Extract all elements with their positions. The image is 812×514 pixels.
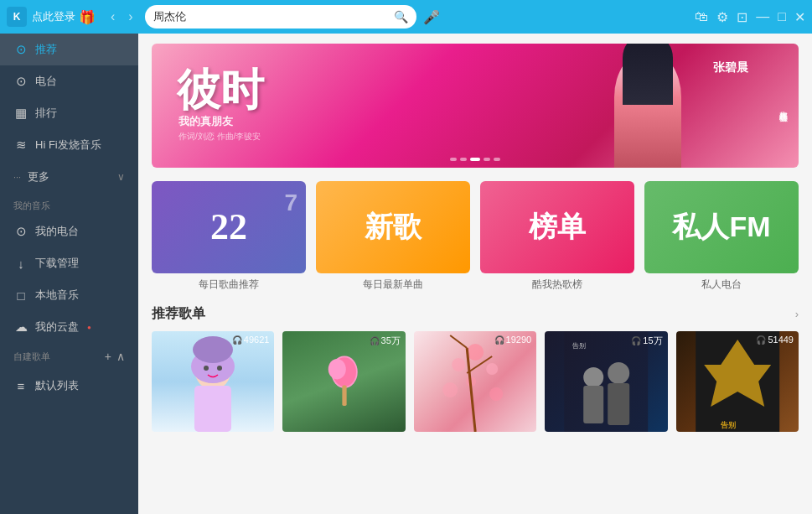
svg-point-22	[608, 362, 629, 384]
svg-rect-2	[194, 386, 231, 432]
sidebar-item-chart[interactable]: ▦ 排行	[0, 97, 138, 129]
sidebar: ⊙ 推荐 ⊙ 电台 ▦ 排行 ≋ Hi Fi发烧音乐 ··· 更多 ∨ 我的音乐…	[0, 34, 138, 514]
card-charts[interactable]: 榜单 酷我热歌榜	[480, 181, 634, 292]
sidebar-item-hifi[interactable]: ≋ Hi Fi发烧音乐	[0, 129, 138, 161]
playlist-1-count: 🎧 35万	[370, 335, 401, 347]
svg-rect-21	[583, 386, 603, 423]
playlist-header: 自建歌单 + ∧	[0, 343, 138, 370]
svg-point-15	[489, 387, 503, 401]
back-button[interactable]: ‹	[106, 8, 120, 26]
playlist-actions: + ∧	[105, 350, 125, 363]
nav-controls: ‹ ›	[106, 8, 138, 26]
settings-icon[interactable]: ⚙	[716, 9, 728, 25]
search-icon[interactable]: 🔍	[394, 10, 408, 23]
banner-dot-3[interactable]	[484, 158, 490, 161]
banner[interactable]: 彼时 我的真朋友 作词/刘恋 作曲/李骏安 张碧晨 每次想起你 会是什么心情	[152, 44, 799, 168]
sidebar-item-cloud[interactable]: ☁ 我的云盘 ●	[0, 311, 138, 343]
private-fm-label: 私人电台	[644, 278, 799, 292]
content-area: 彼时 我的真朋友 作词/刘恋 作曲/李骏安 张碧晨 每次想起你 会是什么心情	[138, 34, 812, 514]
login-button[interactable]: 点此登录	[32, 9, 75, 24]
card-new-songs[interactable]: 新歌 每日最新单曲	[316, 181, 470, 292]
recommended-section-header: 推荐歌单 ›	[152, 305, 799, 323]
store-icon[interactable]: 🛍	[695, 9, 708, 24]
search-input[interactable]	[153, 11, 389, 23]
new-songs-label: 每日最新单曲	[316, 278, 470, 292]
collapse-playlist-icon[interactable]: ∧	[116, 350, 125, 363]
add-playlist-icon[interactable]: +	[105, 350, 111, 363]
svg-rect-23	[608, 383, 629, 425]
svg-point-12	[486, 363, 498, 375]
sidebar-item-radio[interactable]: ⊙ 电台	[0, 65, 138, 97]
banner-dot-2[interactable]	[470, 158, 480, 161]
playlist-item-4[interactable]: 告别 🎧 51449	[676, 331, 799, 432]
sidebar-item-default-playlist[interactable]: ≡ 默认列表	[0, 370, 138, 402]
gift-icon[interactable]: 🎁	[79, 9, 96, 25]
svg-rect-9	[342, 385, 346, 406]
close-button[interactable]: ✕	[794, 9, 805, 25]
svg-point-10	[452, 358, 465, 371]
svg-line-17	[450, 335, 467, 348]
sidebar-item-recommend[interactable]: ⊙ 推荐	[0, 34, 138, 65]
sidebar-item-more[interactable]: ··· 更多 ∨	[0, 161, 138, 193]
svg-point-5	[193, 336, 233, 363]
sidebar-item-downloads[interactable]: ↓ 下载管理	[0, 247, 138, 279]
local-icon: □	[13, 288, 28, 303]
playlist-item-0[interactable]: 🎧 49621	[152, 331, 274, 432]
sidebar-item-local[interactable]: □ 本地音乐	[0, 279, 138, 311]
playlist-0-count: 🎧 49621	[232, 335, 270, 345]
banner-dot-1[interactable]	[460, 158, 467, 161]
mic-icon[interactable]: 🎤	[423, 9, 440, 25]
playlist-4-count: 🎧 51449	[756, 335, 794, 345]
playlist-item-1[interactable]: 🎧 35万	[282, 331, 405, 432]
minimize-button[interactable]: —	[756, 9, 769, 24]
banner-dot-0[interactable]	[450, 158, 457, 161]
my-music-title: 我的音乐	[0, 193, 138, 215]
banner-side-text: 每次想起你 会是什么心情	[777, 105, 789, 107]
svg-line-16	[467, 348, 475, 432]
svg-text:告别: 告别	[721, 421, 736, 429]
svg-point-4	[217, 366, 222, 371]
recommend-icon: ⊙	[13, 42, 28, 57]
playlist-grid: 🎧 49621	[152, 331, 799, 432]
recommended-more[interactable]: ›	[795, 308, 799, 320]
svg-point-11	[467, 344, 484, 361]
playlist-item-2[interactable]: 🎧 19290	[414, 331, 536, 432]
daily-songs-number: 22	[210, 209, 247, 246]
daily-songs-label: 每日歌曲推荐	[152, 278, 306, 292]
app-logo: K	[7, 7, 27, 27]
svg-text:告别: 告别	[572, 342, 586, 350]
search-bar: 🔍	[145, 5, 416, 29]
more-chevron-icon: ∨	[117, 171, 125, 183]
charts-label: 酷我热歌榜	[480, 278, 634, 292]
maximize-button[interactable]: □	[778, 9, 786, 24]
banner-title: 彼时	[177, 69, 264, 112]
svg-point-8	[328, 359, 345, 380]
forward-button[interactable]: ›	[123, 8, 137, 26]
playlist-2-count: 🎧 19290	[494, 335, 532, 345]
new-songs-text: 新歌	[365, 208, 422, 247]
svg-point-3	[204, 366, 209, 371]
banner-artist-name: 张碧晨	[713, 60, 748, 75]
private-fm-text: 私人FM	[672, 208, 770, 247]
banner-dots	[450, 158, 500, 161]
card-daily-songs[interactable]: 22 7 每日歌曲推荐	[152, 181, 306, 292]
playlist-item-3[interactable]: 告别 🎧 15万	[545, 331, 667, 432]
sidebar-item-my-radio[interactable]: ⊙ 我的电台	[0, 215, 138, 247]
titlebar: K 点此登录 🎁 ‹ › 🔍 🎤 🛍 ⚙ ⊡ — □ ✕	[0, 0, 812, 34]
my-radio-icon: ⊙	[13, 224, 28, 239]
chart-icon: ▦	[13, 106, 28, 121]
broadcast-icon[interactable]: ⊡	[737, 9, 747, 25]
banner-dot-4[interactable]	[494, 158, 500, 161]
download-icon: ↓	[13, 257, 28, 271]
list-icon: ≡	[13, 379, 28, 393]
recommended-title: 推荐歌单	[152, 305, 205, 323]
svg-point-14	[442, 382, 458, 397]
radio-icon: ⊙	[13, 74, 28, 89]
svg-point-20	[583, 367, 603, 387]
daily-songs-sub: 7	[284, 190, 297, 216]
cloud-notification-dot: ●	[87, 324, 91, 331]
feature-cards: 22 7 每日歌曲推荐 新歌 每日最新单曲 榜单 酷我热歌榜 私人FM	[152, 181, 799, 292]
banner-subtitle: 我的真朋友 作词/刘恋 作曲/李骏安	[178, 114, 261, 143]
cloud-icon: ☁	[13, 319, 28, 335]
card-private-fm[interactable]: 私人FM 私人电台	[644, 181, 799, 292]
